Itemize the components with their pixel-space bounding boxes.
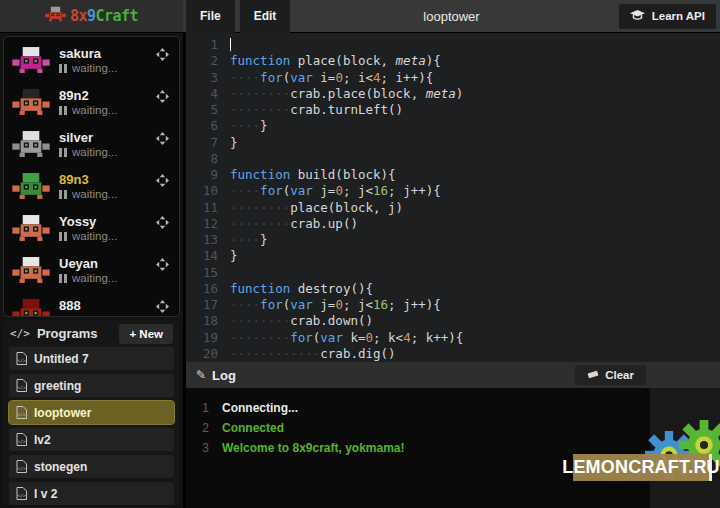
player-row[interactable]: Ueyan waiting... <box>4 249 179 291</box>
crab-avatar <box>12 130 50 158</box>
line-number: 13 <box>186 232 230 248</box>
program-file-icon: </> <box>16 433 27 446</box>
program-item[interactable]: </>Untitled 7 <box>9 347 174 370</box>
line-number: 20 <box>186 346 230 362</box>
move-arrows-icon <box>156 48 169 61</box>
svg-text:</>: </> <box>18 358 27 363</box>
code-line: 5········crab.turnLeft() <box>186 102 720 118</box>
programs-title: Programs <box>37 326 98 341</box>
app-window: 8x9Craft File Edit looptower Learn API s… <box>0 0 720 508</box>
edit-menu-button[interactable]: Edit <box>240 0 291 33</box>
code-text: ········place(block, j) <box>230 200 403 216</box>
player-status: waiting... <box>59 230 117 242</box>
player-info: Ueyan waiting... <box>59 256 117 284</box>
player-info: 89n2 waiting... <box>59 88 117 116</box>
svg-text:</>: </> <box>18 412 27 417</box>
code-text: ········crab.place(block, meta) <box>230 86 463 102</box>
program-file-icon: </> <box>16 406 27 419</box>
code-line: 13····} <box>186 232 720 248</box>
line-number: 8 <box>186 151 230 167</box>
player-row[interactable]: 89n3 waiting... <box>4 165 179 207</box>
move-player-icon[interactable] <box>148 173 169 191</box>
code-line: 14} <box>186 248 720 264</box>
code-text: ····} <box>230 232 268 248</box>
line-number: 15 <box>186 265 230 281</box>
log-message: Connecting... <box>222 401 298 415</box>
code-line: 8 <box>186 151 720 167</box>
move-player-icon[interactable] <box>148 215 169 233</box>
code-editor[interactable]: 12function place(block, meta){3····for(v… <box>186 33 720 362</box>
svg-text:</>: </> <box>18 385 27 390</box>
move-player-icon[interactable] <box>148 89 169 107</box>
player-row[interactable]: silver waiting... <box>4 123 179 165</box>
program-item[interactable]: </>looptower <box>9 401 174 424</box>
learn-api-button[interactable]: Learn API <box>619 4 716 29</box>
crab-avatar <box>12 172 50 200</box>
new-program-button[interactable]: + New <box>119 324 173 344</box>
code-text: } <box>230 135 238 151</box>
crab-logo-icon <box>45 6 66 26</box>
watermark-banner: LEMONCRAFT.RU <box>573 454 712 481</box>
pencil-icon: ✎ <box>196 368 206 382</box>
line-number: 10 <box>186 183 230 199</box>
top-bar: 8x9Craft File Edit looptower Learn API <box>0 0 720 33</box>
svg-text:</>: </> <box>18 466 27 471</box>
code-text: ········crab.down() <box>230 313 373 329</box>
line-number: 2 <box>186 53 230 69</box>
log-content: 1Connecting...2Connected3Welcome to 8x9c… <box>186 388 650 508</box>
player-info: silver waiting... <box>59 130 117 158</box>
move-player-icon[interactable] <box>148 299 169 317</box>
player-info: 888 waiting... <box>59 298 117 317</box>
move-player-icon[interactable] <box>148 47 169 65</box>
program-item[interactable]: </>stonegen <box>9 455 174 478</box>
text-cursor <box>230 38 231 51</box>
file-menu-button[interactable]: File <box>186 0 235 33</box>
move-player-icon[interactable] <box>148 131 169 149</box>
program-item[interactable]: </>l v 2 <box>9 482 174 505</box>
crab-avatar <box>12 298 50 317</box>
eraser-icon <box>587 369 599 381</box>
line-number: 12 <box>186 216 230 232</box>
player-status: waiting... <box>59 272 117 284</box>
log-body: 1Connecting...2Connected3Welcome to 8x9c… <box>186 388 720 508</box>
move-arrows-icon <box>156 174 169 187</box>
player-status: waiting... <box>59 104 117 116</box>
code-line: 7} <box>186 135 720 151</box>
code-line: 4········crab.place(block, meta) <box>186 86 720 102</box>
program-item[interactable]: </>greeting <box>9 374 174 397</box>
player-status: waiting... <box>59 62 117 74</box>
code-line: 3····for(var i=0; i<4; i++){ <box>186 70 720 86</box>
player-name: silver <box>59 130 117 145</box>
move-player-icon[interactable] <box>148 257 169 275</box>
move-arrows-icon <box>156 216 169 229</box>
code-line: 2function place(block, meta){ <box>186 53 720 69</box>
line-number: 19 <box>186 330 230 346</box>
code-text: ····for(var i=0; i<4; i++){ <box>230 70 433 86</box>
player-row[interactable]: 89n2 waiting... <box>4 81 179 123</box>
line-number: 1 <box>186 37 230 53</box>
player-row[interactable]: Yossy waiting... <box>4 207 179 249</box>
log-header: ✎ Log Clear <box>186 362 720 388</box>
pause-icon <box>59 148 67 157</box>
program-file-icon: </> <box>16 352 27 365</box>
line-number: 14 <box>186 248 230 264</box>
code-text: function destroy(){ <box>230 281 373 297</box>
code-text: } <box>230 248 238 264</box>
player-row[interactable]: 888 waiting... <box>4 291 179 317</box>
player-row[interactable]: sakura waiting... <box>4 39 179 81</box>
move-arrows-icon <box>156 258 169 271</box>
code-line: 12········crab.up() <box>186 216 720 232</box>
pause-icon <box>59 316 67 318</box>
player-info: Yossy waiting... <box>59 214 117 242</box>
clear-log-button[interactable]: Clear <box>575 365 646 385</box>
programs-panel: </> Programs + New </>Untitled 7</>greet… <box>3 320 180 505</box>
pause-icon <box>59 190 67 199</box>
line-number: 7 <box>186 135 230 151</box>
program-item[interactable]: </>lv2 <box>9 428 174 451</box>
log-line: 1Connecting... <box>186 398 650 418</box>
player-list: sakura waiting... 89n2 waiting... silver… <box>3 36 180 317</box>
player-status: waiting... <box>59 314 117 317</box>
line-number: 4 <box>186 86 230 102</box>
app-logo: 8x9Craft <box>0 0 183 32</box>
program-label: l v 2 <box>34 487 57 501</box>
